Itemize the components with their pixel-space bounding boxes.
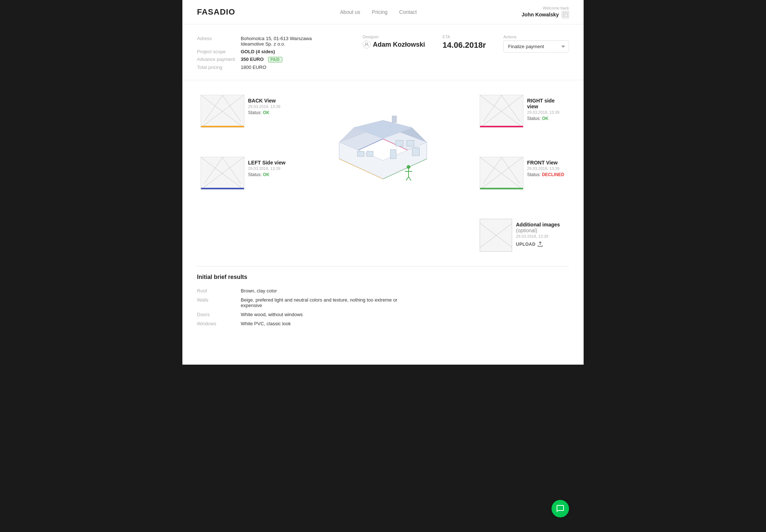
view-title-back: BACK View xyxy=(248,98,281,104)
user-row: John Kowalsky xyxy=(522,11,569,18)
designer-name: Adam Kozłowski xyxy=(363,40,425,48)
info-left: Adress Bohomolca 15, 01-613 Warszawa Ide… xyxy=(197,35,316,71)
user-name: John Kowalsky xyxy=(522,12,559,18)
paid-badge: PAID xyxy=(268,57,282,62)
total-label: Total pricing xyxy=(197,63,241,71)
eta-value: 14.06.2018r xyxy=(442,40,486,50)
svg-rect-20 xyxy=(357,151,364,156)
additional-title: Additional images (optional) xyxy=(516,222,565,233)
svg-rect-18 xyxy=(412,148,419,156)
view-status-back: Status: OK xyxy=(248,110,281,115)
svg-rect-16 xyxy=(396,140,403,146)
optional-text: (optional) xyxy=(516,228,537,233)
view-date-back: 29.03.2018, 13:39 xyxy=(248,104,281,109)
brief-value-roof: Brown, clay color xyxy=(241,286,416,295)
nav-about[interactable]: About us xyxy=(340,9,360,15)
brief-label-doors: Doors xyxy=(197,310,241,319)
nav-contact[interactable]: Contact xyxy=(399,9,417,15)
bar-right xyxy=(480,126,523,127)
svg-line-25 xyxy=(406,177,409,180)
designer-label: Designer xyxy=(363,35,425,39)
chat-icon xyxy=(556,504,565,513)
brief-table: Roof Brown, clay color Walls Beige, pref… xyxy=(197,286,416,328)
thumb-right[interactable] xyxy=(480,95,523,128)
additional-date: 29.03.2018, 13:39 xyxy=(516,234,565,238)
thumb-back[interactable] xyxy=(201,95,244,128)
eta-block: ETA 14.06.2018r xyxy=(442,35,486,50)
actions-label: Actions xyxy=(503,35,569,39)
address-line1: Bohomolca 15, 01-613 Warszawa Ideamotive… xyxy=(241,35,316,48)
brief-value-windows: White PVC, classic look xyxy=(241,319,416,328)
actions-block: Actions Finalize payment xyxy=(503,35,569,53)
welcome-text: Welcome back xyxy=(543,6,569,10)
scope-value: GOLD (4 sides) xyxy=(241,48,316,55)
view-card-back: BACK View 29.03.2018, 13:39 Status: OK xyxy=(197,91,290,146)
logo: FASADIO xyxy=(197,7,235,17)
nav: About us Pricing Contact xyxy=(340,9,417,15)
svg-rect-15 xyxy=(392,116,396,123)
view-date-right: 29.03.2018, 13:39 xyxy=(527,110,565,114)
address-label: Adress xyxy=(197,35,241,48)
user-area: Welcome back John Kowalsky xyxy=(522,6,569,18)
brief-row-windows: Windows White PVC, classic look xyxy=(197,319,416,328)
user-icon[interactable] xyxy=(562,11,569,18)
view-status-left: Status: OK xyxy=(248,172,286,177)
svg-rect-19 xyxy=(390,149,396,159)
thumb-front[interactable] xyxy=(480,157,523,190)
brief-label-roof: Roof xyxy=(197,286,241,295)
brief-section: Initial brief results Roof Brown, clay c… xyxy=(182,267,584,343)
bar-back xyxy=(201,126,244,127)
brief-title: Initial brief results xyxy=(197,274,569,280)
total-value: 1800 EURO xyxy=(241,63,316,71)
views-grid: BACK View 29.03.2018, 13:39 Status: OK xyxy=(197,91,569,255)
thumb-additional[interactable] xyxy=(480,219,512,252)
svg-rect-17 xyxy=(407,140,414,146)
project-info: Adress Bohomolca 15, 01-613 Warszawa Ide… xyxy=(182,24,584,80)
svg-line-26 xyxy=(409,177,411,180)
view-card-front: FRONT View 29.03.2018, 13:39 Status: DEC… xyxy=(476,153,569,208)
view-title-left: LEFT Side view xyxy=(248,160,286,166)
designer-block: Designer Adam Kozłowski xyxy=(363,35,425,48)
chat-button[interactable] xyxy=(552,500,569,517)
actions-select[interactable]: Finalize payment xyxy=(503,40,569,53)
brief-label-walls: Walls xyxy=(197,295,241,310)
bar-front xyxy=(480,188,523,189)
brief-label-windows: Windows xyxy=(197,319,241,328)
brief-row-roof: Roof Brown, clay color xyxy=(197,286,416,295)
brief-row-doors: Doors White wood, without windows xyxy=(197,310,416,319)
view-card-right: RIGHT side view 29.03.2018, 13:39 Status… xyxy=(476,91,569,146)
upload-icon xyxy=(537,241,543,247)
brief-value-walls: Beige, prefered light and neutral colors… xyxy=(241,295,416,310)
brief-row-walls: Walls Beige, prefered light and neutral … xyxy=(197,295,416,310)
advance-label: Advance payment xyxy=(197,55,241,63)
view-status-right: Status: OK xyxy=(527,116,565,121)
house-center xyxy=(290,91,476,208)
view-title-right: RIGHT side view xyxy=(527,98,565,109)
thumb-left[interactable] xyxy=(201,157,244,190)
header: FASADIO About us Pricing Contact Welcome… xyxy=(182,0,584,24)
upload-button[interactable]: UPLOAD xyxy=(516,241,543,247)
view-card-left: LEFT Side view 29.03.2018, 13:39 Status:… xyxy=(197,153,290,208)
nav-pricing[interactable]: Pricing xyxy=(372,9,388,15)
view-status-front: Status: DECLINED xyxy=(527,172,564,177)
eta-label: ETA xyxy=(442,35,486,39)
view-date-front: 29.03.2018, 13:39 xyxy=(527,166,564,171)
advance-value: 350 EURO PAID xyxy=(241,55,316,63)
views-section: BACK View 29.03.2018, 13:39 Status: OK xyxy=(182,80,584,266)
brief-value-doors: White wood, without windows xyxy=(241,310,416,319)
view-date-left: 29.03.2018, 13:39 xyxy=(248,166,286,171)
info-right: Designer Adam Kozłowski ETA 14.06.2018r … xyxy=(363,35,569,71)
view-card-additional: Additional images (optional) 29.03.2018,… xyxy=(476,215,569,255)
svg-point-22 xyxy=(407,165,410,169)
designer-avatar xyxy=(363,40,371,48)
scope-label: Project scope xyxy=(197,48,241,55)
view-title-front: FRONT View xyxy=(527,160,564,166)
bar-left xyxy=(201,188,244,189)
svg-rect-21 xyxy=(367,151,373,156)
